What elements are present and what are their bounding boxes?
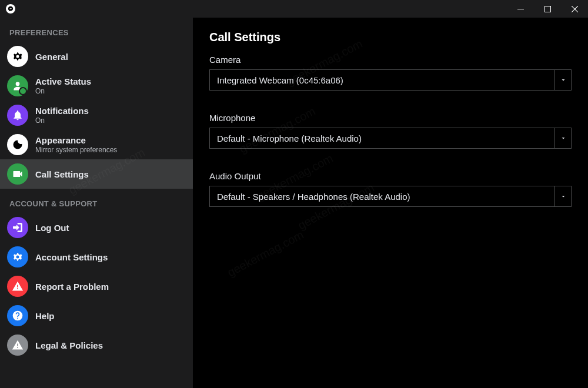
svg-rect-1 [544, 6, 550, 12]
microphone-field: Microphone Default - Microphone (Realtek… [209, 113, 572, 149]
sidebar: PREFERENCES General Active Status On [0, 18, 193, 388]
sidebar-item-sub: On [35, 87, 91, 95]
maximize-button[interactable] [534, 0, 561, 18]
gear-icon [7, 46, 28, 67]
sidebar-item-legal[interactable]: Legal & Policies [0, 330, 193, 360]
sidebar-item-logout[interactable]: Log Out [0, 213, 193, 242]
page-title: Call Settings [209, 31, 572, 44]
video-icon [7, 163, 28, 185]
audio-output-select[interactable]: Default - Speakers / Headphones (Realtek… [209, 186, 572, 207]
sidebar-item-notifications[interactable]: Notifications On [0, 101, 193, 130]
sidebar-item-sub: Mirror system preferences [35, 146, 117, 154]
main-panel: Call Settings Camera Integrated Webcam (… [193, 18, 588, 388]
titlebar [0, 0, 588, 18]
sidebar-item-appearance[interactable]: Appearance Mirror system preferences [0, 130, 193, 159]
microphone-select[interactable]: Default - Microphone (Realtek Audio) [209, 128, 572, 149]
microphone-value: Default - Microphone (Realtek Audio) [217, 133, 554, 143]
sidebar-item-account-settings[interactable]: Account Settings [0, 242, 193, 272]
sidebar-item-label: Appearance [35, 135, 117, 145]
audio-output-label: Audio Output [209, 171, 572, 181]
sidebar-item-label: Report a Problem [35, 282, 109, 292]
bell-icon [7, 105, 28, 126]
svg-rect-0 [517, 9, 524, 9]
logout-icon [7, 217, 28, 238]
section-header-preferences: PREFERENCES [0, 18, 193, 42]
gear-icon [7, 246, 28, 267]
sidebar-item-label: Log Out [35, 223, 69, 233]
camera-field: Camera Integrated Webcam (0c45:6a06) [209, 55, 572, 91]
moon-icon [7, 134, 28, 155]
sidebar-item-sub: On [35, 116, 89, 125]
sidebar-item-active-status[interactable]: Active Status On [0, 71, 193, 101]
sidebar-item-label: Help [35, 311, 55, 321]
chevron-down-icon [554, 128, 571, 148]
messenger-icon [6, 4, 15, 14]
sidebar-item-label: Notifications [35, 106, 89, 116]
sidebar-item-label: Call Settings [35, 169, 89, 179]
window-controls [507, 0, 588, 18]
camera-label: Camera [209, 55, 572, 65]
audio-output-field: Audio Output Default - Speakers / Headph… [209, 171, 572, 207]
sidebar-item-help[interactable]: Help [0, 301, 193, 330]
sidebar-item-label: Legal & Policies [35, 340, 103, 350]
camera-value: Integrated Webcam (0c45:6a06) [217, 75, 554, 85]
titlebar-left [6, 4, 15, 14]
minimize-button[interactable] [507, 0, 534, 18]
help-icon [7, 305, 28, 326]
warning-icon [7, 276, 28, 297]
audio-output-value: Default - Speakers / Headphones (Realtek… [217, 192, 554, 202]
microphone-label: Microphone [209, 113, 572, 123]
close-button[interactable] [561, 0, 588, 18]
svg-point-2 [16, 82, 20, 86]
chevron-down-icon [554, 70, 571, 90]
sidebar-item-call-settings[interactable]: Call Settings [0, 159, 193, 189]
sidebar-item-label: Account Settings [35, 252, 108, 262]
sidebar-item-general[interactable]: General [0, 42, 193, 71]
sidebar-item-label: General [35, 52, 68, 62]
section-header-account: ACCOUNT & SUPPORT [0, 189, 193, 213]
chevron-down-icon [554, 186, 571, 206]
warning-icon [7, 335, 28, 356]
active-status-icon [7, 75, 28, 96]
camera-select[interactable]: Integrated Webcam (0c45:6a06) [209, 69, 572, 91]
sidebar-item-label: Active Status [35, 76, 91, 86]
sidebar-item-report-problem[interactable]: Report a Problem [0, 272, 193, 301]
